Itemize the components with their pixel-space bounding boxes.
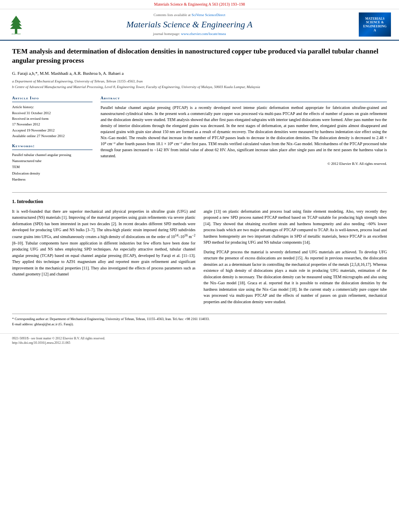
homepage-label: journal homepage: — [153, 32, 180, 36]
keywords-list: Parallel tubular channel angular pressin… — [12, 152, 93, 183]
journal-logo-box: MATERIALSSCIENCE &ENGINEERINGA — [359, 12, 391, 37]
contents-line: Contents lists available at SciVerse Sci… — [24, 12, 355, 18]
journal-homepage: journal homepage: www.elsevier.com/locat… — [24, 31, 355, 37]
authors-text: G. Faraji a,b,*, M.M. Mashhadi a, A.R. B… — [12, 71, 123, 76]
article-info-abstract-section: Article Info Article history: Received 3… — [12, 95, 387, 187]
abstract-panel: Abstract Parallel tubular channel angula… — [101, 95, 387, 187]
accepted-date: Accepted 19 November 2012 — [12, 127, 93, 133]
sciverse-link[interactable]: SciVerse ScienceDirect — [191, 13, 225, 17]
article-info-header: Article Info — [12, 95, 93, 102]
article-info-panel: Article Info Article history: Received 3… — [12, 95, 93, 187]
bottom-bar: 0921-5093/$ - see front matter © 2012 El… — [0, 333, 399, 347]
footnote-section: * Corresponding author at: Department of… — [12, 314, 387, 327]
section-divider — [12, 192, 387, 193]
journal-title: Materials Science & Engineering A — [24, 19, 355, 30]
journal-reference-bar: Materials Science & Engineering A 563 (2… — [0, 0, 399, 9]
authors-line: G. Faraji a,b,*, M.M. Mashhadi a, A.R. B… — [12, 70, 387, 76]
keywords-header: Keywords: — [12, 143, 93, 150]
doi-line: http://dx.doi.org/10.1016/j.msea.2012.11… — [12, 341, 387, 345]
header-logos-left: ELSEVIER — [8, 14, 24, 36]
revised-date: 17 November 2012 — [12, 121, 93, 127]
affiliation-b: b Centre of Advanced Manufacturing and M… — [12, 84, 387, 90]
intro-para-1: It is well-founded that there are superi… — [12, 208, 195, 277]
keyword-3: TEM — [12, 164, 93, 170]
issn-line: 0921-5093/$ - see front matter © 2012 El… — [12, 336, 387, 341]
abstract-header: Abstract — [101, 95, 387, 102]
intro-col-left: It is well-founded that there are superi… — [12, 208, 195, 308]
intro-para-2: angle [13] on plastic deformation and pr… — [204, 208, 387, 246]
keyword-4: Dislocation density — [12, 170, 93, 177]
keyword-5: Hardness — [12, 177, 93, 183]
main-content: TEM analysis and determination of disloc… — [0, 41, 399, 333]
homepage-url: www.elsevier.com/locate/msea — [181, 32, 226, 36]
corresponding-author-note: * Corresponding author at: Department of… — [12, 316, 387, 322]
article-info-label: Article Info — [12, 96, 39, 100]
elsevier-tree-icon: ELSEVIER — [8, 14, 24, 36]
sciverse-text: SciVerse ScienceDirect — [191, 13, 225, 17]
affiliation-a: a Department of Mechanical Engineering, … — [12, 79, 387, 84]
history-items: Article history: Received 31 October 201… — [12, 104, 93, 139]
history-section: Article Info Article history: Received 3… — [12, 95, 93, 139]
keywords-label: Keywords: — [12, 144, 35, 148]
abstract-copyright: © 2012 Elsevier B.V. All rights reserved… — [101, 161, 387, 166]
available-date: Available online 27 November 2012 — [12, 133, 93, 139]
section1-title: 1. Introduction — [12, 198, 387, 205]
journal-header-center: Contents lists available at SciVerse Sci… — [24, 12, 355, 37]
paper-title: TEM analysis and determination of disloc… — [12, 47, 387, 66]
keyword-2: Nanostructured tube — [12, 158, 93, 164]
keyword-1: Parallel tubular channel angular pressin… — [12, 152, 93, 158]
intro-para-3: During PTCAP process the material is sev… — [204, 249, 387, 305]
abstract-text: Parallel tubular channel angular pressin… — [101, 105, 387, 159]
received-date: Received 31 October 2012 — [12, 110, 93, 116]
introduction-body: It is well-founded that there are superi… — [12, 208, 387, 308]
journal-header-right: MATERIALSSCIENCE &ENGINEERINGA — [355, 12, 391, 37]
svg-text:ELSEVIER: ELSEVIER — [11, 33, 21, 35]
history-header: Article history: — [12, 104, 93, 110]
homepage-link[interactable]: www.elsevier.com/locate/msea — [181, 32, 226, 36]
journal-header: ELSEVIER Contents lists available at Sci… — [0, 9, 399, 41]
affiliations: a Department of Mechanical Engineering, … — [12, 79, 387, 90]
received-revised-label: Received in revised form — [12, 116, 93, 121]
journal-reference-text: Materials Science & Engineering A 563 (2… — [154, 2, 245, 6]
contents-text: Contents lists available at — [154, 13, 191, 17]
logo-title: MATERIALSSCIENCE &ENGINEERINGA — [363, 17, 387, 32]
email-note: E-mail address: ghfaraji@ut.ac.ir (G. Fa… — [12, 322, 387, 327]
keywords-section: Keywords: Parallel tubular channel angul… — [12, 143, 93, 183]
intro-col-right: angle [13] on plastic deformation and pr… — [204, 208, 387, 308]
